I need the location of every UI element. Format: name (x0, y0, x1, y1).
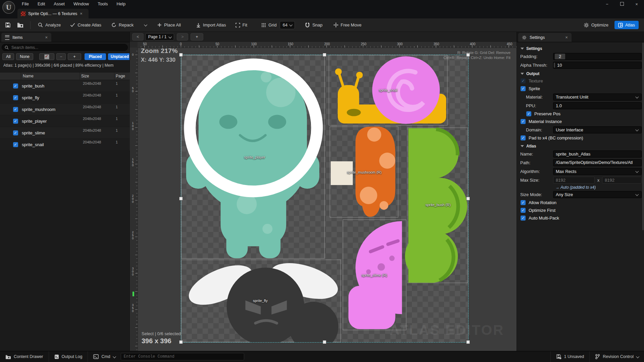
asset-tab-close-icon[interactable]: × (80, 11, 83, 16)
filter-none-button[interactable]: None (16, 53, 33, 60)
max-width-input[interactable]: 8192 (553, 177, 595, 184)
sprite-checkbox-row[interactable]: Sprite (519, 85, 642, 93)
repack-dropdown-button[interactable] (144, 24, 147, 26)
name-column-header[interactable]: Name (21, 72, 79, 80)
sprite-player-graphic[interactable] (186, 64, 319, 258)
ppu-input[interactable]: 1.0 (553, 102, 642, 109)
page-selector-dropdown[interactable]: Page 1 / 1 (145, 33, 174, 41)
import-atlas-button[interactable]: Import Atlas (196, 22, 226, 27)
material-instance-row[interactable]: Material Instance (519, 118, 642, 125)
snap-button[interactable]: Snap (305, 22, 322, 27)
algorithm-dropdown[interactable]: Max Rects (553, 168, 642, 175)
prev-page-button[interactable]: < (132, 33, 144, 41)
console-command-input[interactable] (121, 353, 244, 360)
menu-asset[interactable]: Asset (49, 0, 69, 8)
resize-handle-se[interactable] (466, 340, 470, 344)
settings-scrollbar[interactable] (642, 43, 644, 230)
row-checkbox[interactable] (13, 83, 18, 88)
resize-handle-sw[interactable] (179, 340, 183, 344)
menu-help[interactable]: Help (112, 0, 130, 8)
table-row-sprite-mushroom[interactable]: sprite_mushroom 2048x2048 1 (0, 104, 130, 115)
section-atlas[interactable]: Atlas (519, 143, 642, 149)
place-all-button[interactable]: Place All (157, 22, 181, 27)
filter-unplaced-button[interactable]: Unplaced (108, 53, 129, 60)
atlas-selection[interactable]: sprite_player sprite_snail sprite_mushro… (181, 55, 469, 343)
section-settings[interactable]: Settings (519, 45, 642, 52)
table-row-sprite-bush[interactable]: sprite_bush 2048x2048 1 (0, 80, 130, 92)
max-height-input[interactable]: 8192 (602, 177, 642, 184)
items-tab[interactable]: Items × (1, 33, 51, 42)
auto-multipack-row[interactable]: Auto Multi-Pack (519, 214, 642, 222)
revision-control-button[interactable]: Revision Control (590, 351, 644, 362)
create-atlas-button[interactable]: Create Atlas (70, 22, 101, 27)
texture-checkbox-row[interactable]: Texture (519, 77, 642, 85)
atlas-name-input[interactable]: sprite_bush_Atlas (553, 150, 642, 158)
close-window-button[interactable]: × (629, 2, 644, 7)
save-button[interactable] (5, 22, 11, 28)
filter-placed-button[interactable]: Placed (85, 53, 106, 60)
resize-handle-n[interactable] (323, 53, 326, 57)
table-row-sprite-snail[interactable]: sprite_snail 2048x2048 1 (0, 139, 130, 150)
cmd-selector[interactable]: Cmd (88, 351, 120, 362)
content-drawer-button[interactable]: Content Drawer (0, 351, 49, 362)
resize-handle-nw[interactable] (179, 53, 183, 57)
next-page-button[interactable]: > (177, 33, 188, 41)
maximize-button[interactable] (614, 2, 629, 7)
optimize-first-checkbox[interactable] (521, 208, 526, 213)
settings-tab-close-icon[interactable]: × (565, 35, 568, 40)
auto-multipack-checkbox[interactable] (521, 216, 526, 221)
material-instance-checkbox[interactable] (521, 119, 526, 124)
items-tab-close-icon[interactable]: × (45, 35, 48, 40)
filter-all-button[interactable]: All (2, 53, 14, 60)
alpha-thresh-input[interactable]: 10 (553, 62, 642, 69)
domain-dropdown[interactable]: User Interface (553, 126, 642, 133)
allow-rotation-checkbox[interactable] (521, 200, 526, 205)
output-log-button[interactable]: Output Log (49, 351, 88, 362)
preserve-pos-row[interactable]: Preserve Pos (519, 110, 642, 118)
search-input[interactable] (11, 45, 125, 50)
menu-window[interactable]: Window (69, 0, 93, 8)
menu-edit[interactable]: Edit (33, 0, 49, 8)
filter-minus-button[interactable]: − (56, 53, 66, 60)
row-checkbox[interactable] (13, 119, 18, 124)
atlas-path-input[interactable]: /Game/SpriteOptimizerDemo/Textures/Atl (553, 159, 642, 166)
table-row-sprite-player[interactable]: sprite_player 2048x2048 1 (0, 115, 130, 127)
add-page-button[interactable]: + (191, 33, 203, 41)
grid-button[interactable]: Grid (261, 22, 277, 27)
optimize-button[interactable]: Optimize (584, 22, 608, 28)
table-row-sprite-fly[interactable]: sprite_fly 2048x2048 1 (0, 92, 130, 104)
minimize-button[interactable]: − (600, 2, 614, 7)
scroll-indicator[interactable] (132, 292, 134, 296)
filter-checked-button[interactable] (39, 53, 54, 60)
size-column-header[interactable]: Size (79, 72, 114, 80)
analyze-button[interactable]: Analyze (38, 22, 61, 27)
material-dropdown[interactable]: Translucent Unlit (553, 94, 642, 101)
resize-handle-w[interactable] (179, 197, 183, 200)
grid-size-dropdown[interactable]: 64 (280, 21, 295, 29)
sprite-checkbox[interactable] (521, 86, 526, 91)
preserve-pos-checkbox[interactable] (526, 111, 531, 116)
row-checkbox[interactable] (13, 95, 18, 100)
row-checkbox[interactable] (13, 130, 18, 135)
search-box[interactable] (2, 44, 128, 51)
fit-button[interactable]: Fit (235, 22, 247, 27)
settings-tab[interactable]: Settings × (518, 33, 572, 42)
filter-plus-button[interactable]: + (68, 53, 81, 60)
pad-x4-row[interactable]: Pad to x4 (BC compression) (519, 134, 642, 142)
menu-tools[interactable]: Tools (93, 0, 112, 8)
padding-input[interactable]: 2 (553, 53, 642, 60)
unsaved-indicator[interactable]: 1 Unsaved (550, 351, 590, 362)
row-checkbox[interactable] (13, 142, 18, 147)
texture-checkbox[interactable] (521, 78, 526, 83)
atlas-mode-button[interactable]: Atlas (614, 21, 639, 29)
page-column-header[interactable]: Page (114, 72, 130, 80)
browse-button[interactable] (17, 22, 24, 28)
row-checkbox[interactable] (13, 107, 18, 112)
asset-tab[interactable]: Sprite Opti... — 6 Textures × (17, 9, 89, 18)
section-output[interactable]: Output (519, 70, 642, 77)
table-row-sprite-slime[interactable]: sprite_slime 2048x2048 1 (0, 127, 130, 139)
repack-button[interactable]: Repack (111, 22, 133, 27)
resize-handle-e[interactable] (466, 197, 470, 200)
allow-rotation-row[interactable]: Allow Rotation (519, 199, 642, 206)
optimize-first-row[interactable]: Optimize First (519, 206, 642, 214)
